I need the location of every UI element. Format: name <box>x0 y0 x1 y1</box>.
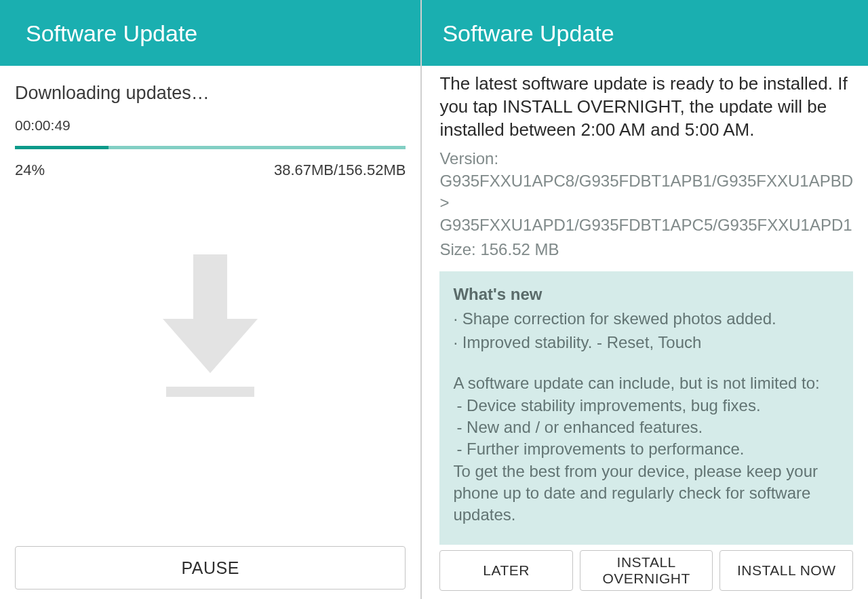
download-status: Downloading updates… <box>15 83 406 104</box>
panel-title: Software Update <box>0 0 420 66</box>
whats-new-box: What's new · Shape correction for skewed… <box>439 271 853 545</box>
whats-new-title: What's new <box>453 284 840 305</box>
version-info: Version: G935FXXU1APC8/G935FDBT1APB1/G93… <box>439 148 853 236</box>
later-button[interactable]: LATER <box>439 550 573 591</box>
download-content: Downloading updates… 00:00:49 24% 38.67M… <box>0 66 420 539</box>
progress-fill <box>15 146 108 149</box>
changelog-intro: A software update can include, but is no… <box>453 372 840 394</box>
progress-bar <box>15 146 406 149</box>
right-button-row: LATER INSTALL OVERNIGHT INSTALL NOW <box>422 545 868 599</box>
changelog-sub-item: - Further improvements to performance. <box>453 438 840 460</box>
download-progress-panel: Software Update Downloading updates… 00:… <box>0 0 422 599</box>
changelog-footer: To get the best from your device, please… <box>453 461 840 526</box>
install-now-button[interactable]: INSTALL NOW <box>719 550 853 591</box>
pause-button[interactable]: PAUSE <box>15 546 406 590</box>
changelog-body: A software update can include, but is no… <box>453 372 840 526</box>
changelog-sub-item: - Device stability improvements, bug fix… <box>453 395 840 417</box>
install-ready-message: The latest software update is ready to b… <box>439 73 853 141</box>
changelog-item: · Improved stability. - Reset, Touch <box>453 332 840 353</box>
install-ready-panel: Software Update The latest software upda… <box>422 0 868 599</box>
download-icon-container <box>15 111 406 539</box>
left-button-row: PAUSE <box>0 539 420 599</box>
update-size: Size: 156.52 MB <box>439 240 853 259</box>
download-arrow-icon <box>163 254 258 397</box>
changelog-item: · Shape correction for skewed photos add… <box>453 308 840 330</box>
changelog-sub-item: - New and / or enhanced features. <box>453 417 840 438</box>
install-content: The latest software update is ready to b… <box>422 66 868 545</box>
panel-title: Software Update <box>422 0 868 66</box>
install-overnight-button[interactable]: INSTALL OVERNIGHT <box>580 550 713 591</box>
svg-rect-0 <box>166 387 254 397</box>
